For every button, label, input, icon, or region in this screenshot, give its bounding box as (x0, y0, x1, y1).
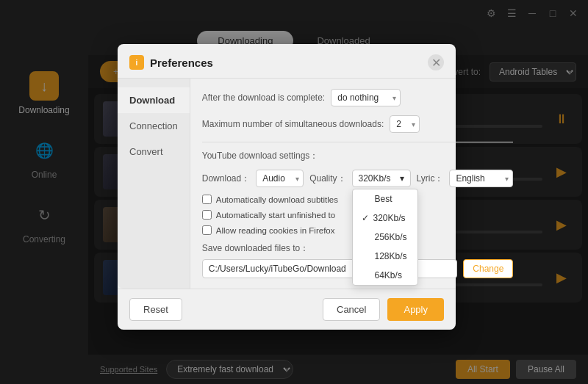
max-downloads-label: Maximum number of simultaneous downloads… (202, 119, 384, 129)
download-type-select-wrap: Audio Video (256, 170, 304, 187)
auto-subtitle-label: Automatically download subtitles (216, 195, 338, 204)
download-type-select[interactable]: Audio Video (256, 170, 304, 187)
auto-unfinished-label: Automatically start unfinished to (216, 211, 335, 220)
prefs-nav: Download Connection Convert (118, 79, 190, 289)
max-downloads-select[interactable]: 1 2 3 4 5 (390, 115, 420, 133)
app-logo: i (129, 55, 144, 70)
lyric-select[interactable]: English Chinese Japanese Korean (449, 170, 513, 187)
quality-option-256[interactable]: 256Kb/s (353, 228, 417, 247)
cancel-button[interactable]: Cancel (323, 298, 380, 321)
allow-cookies-checkbox[interactable] (202, 225, 212, 235)
quality-dropdown-container: 320Kb/s ▾ Best ✓ (352, 170, 411, 187)
prefs-body: Download Connection Convert After the do… (118, 79, 456, 289)
max-downloads-row: Maximum number of simultaneous downloads… (202, 115, 514, 133)
change-button[interactable]: Change (463, 259, 513, 278)
file-path-input[interactable] (202, 259, 458, 278)
yt-settings-row: Download： Audio Video Quality： 320Kb/s (202, 170, 514, 187)
divider (202, 142, 514, 142)
app-window: ⚙ ☰ ─ □ ✕ Downloading Downloaded ↓ Downl… (0, 0, 588, 384)
quality-select-button[interactable]: 320Kb/s ▾ (352, 170, 411, 187)
quality-value: 320Kb/s (359, 173, 391, 184)
quality-label: Quality： (309, 173, 345, 185)
prefs-nav-connection[interactable]: Connection (118, 113, 190, 139)
allow-cookies-label: Allow reading cookies in Firefox (216, 226, 335, 235)
prefs-nav-download[interactable]: Download (118, 87, 190, 113)
check-icon: ✓ (362, 213, 369, 223)
prefs-footer: Reset Cancel Apply (118, 289, 456, 330)
after-download-label: After the download is complete: (202, 93, 325, 103)
yt-section-label: YouTube download settings： (202, 150, 514, 162)
footer-right: Cancel Apply (323, 298, 444, 321)
lyric-select-wrap: English Chinese Japanese Korean (449, 170, 513, 187)
after-download-select[interactable]: do nothing open folder shutdown (331, 89, 401, 106)
quality-option-128[interactable]: 128Kb/s (353, 247, 417, 266)
max-downloads-select-wrap: 1 2 3 4 5 (390, 115, 420, 133)
auto-unfinished-checkbox[interactable] (202, 210, 212, 220)
lyric-label: Lyric： (417, 173, 444, 185)
quality-option-64[interactable]: 64Kb/s (353, 266, 417, 285)
apply-button[interactable]: Apply (387, 298, 444, 321)
after-download-row: After the download is complete: do nothi… (202, 89, 514, 106)
prefs-title: Preferences (150, 57, 213, 69)
prefs-close-button[interactable]: ✕ (428, 54, 444, 70)
after-download-select-wrap: do nothing open folder shutdown (331, 89, 401, 106)
chevron-down-icon: ▾ (400, 173, 404, 184)
prefs-header: i Preferences ✕ (118, 44, 456, 79)
preferences-dialog: i Preferences ✕ Download Connection Conv… (118, 44, 456, 330)
reset-button[interactable]: Reset (129, 298, 182, 321)
prefs-nav-convert[interactable]: Convert (118, 139, 190, 164)
quality-option-best[interactable]: Best (353, 189, 417, 209)
auto-subtitle-checkbox[interactable] (202, 195, 212, 204)
download-type-label: Download： (202, 173, 250, 185)
quality-option-320[interactable]: ✓ 320Kb/s (353, 209, 417, 228)
prefs-content: After the download is complete: do nothi… (190, 79, 526, 289)
modal-overlay: i Preferences ✕ Download Connection Conv… (0, 0, 588, 384)
quality-dropdown-menu: Best ✓ 320Kb/s 256Kb/s (352, 189, 418, 286)
